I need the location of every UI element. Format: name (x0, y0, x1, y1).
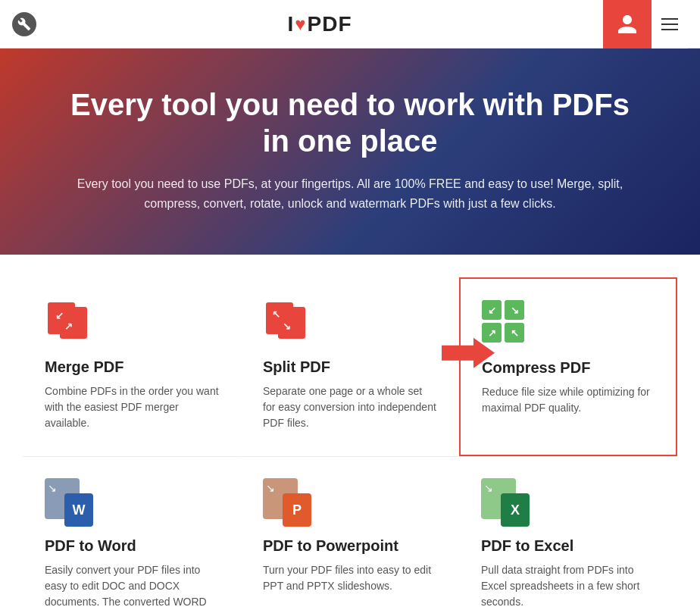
menu-line-1 (661, 18, 678, 20)
ppt-fg-doc: P (283, 493, 311, 527)
menu-line-2 (661, 23, 678, 25)
tool-card-pdf-to-excel[interactable]: ↘ X PDF to Excel Pull data straight from… (459, 456, 677, 607)
hero-description: Every tool you need to use PDFs, at your… (62, 174, 638, 213)
word-fg-doc: W (64, 493, 93, 527)
compress-pdf-name: Compress PDF (482, 359, 655, 377)
merge-arrows: ↙ ↗ (51, 305, 78, 337)
tool-icon-button[interactable] (12, 12, 36, 36)
user-icon (616, 13, 639, 36)
compress-cell-br: ↖ (505, 323, 524, 343)
pdf-to-ppt-name: PDF to Powerpoint (263, 537, 437, 555)
split-pdf-name: Split PDF (263, 358, 437, 376)
menu-line-3 (661, 29, 678, 30)
compress-cell-tr: ↘ (505, 300, 524, 320)
pdf-to-excel-desc: Pull data straight from PDFs into Excel … (481, 562, 655, 607)
hero-title: Every tool you need to work with PDFs in… (61, 86, 639, 159)
tool-card-pdf-to-powerpoint[interactable]: ↘ P PDF to Powerpoint Turn your PDF file… (241, 456, 459, 607)
logo-i: I (287, 12, 294, 36)
header: I♥PDF (0, 0, 700, 48)
svg-text:↖: ↖ (272, 308, 280, 320)
doc-front: ↙ ↗ (48, 302, 75, 334)
pdf-to-ppt-desc: Turn your PDF files into easy to edit PP… (263, 562, 437, 594)
svg-text:↘: ↘ (266, 482, 275, 494)
menu-button[interactable] (652, 0, 688, 48)
svg-text:↘: ↘ (484, 482, 493, 494)
doc-front-split: ↖ ↘ (266, 302, 293, 334)
logo-pdf: PDF (308, 12, 352, 36)
tool-card-merge-pdf[interactable]: ↙ ↗ Merge PDF Combine PDFs in the order … (23, 277, 241, 456)
logo-heart: ♥ (295, 14, 306, 35)
compress-pdf-desc: Reduce file size while optimizing for ma… (482, 384, 655, 416)
tools-section: ↙ ↗ Merge PDF Combine PDFs in the order … (0, 255, 700, 607)
header-right (603, 0, 688, 48)
svg-marker-4 (442, 338, 495, 368)
excel-fg-doc: X (501, 493, 530, 527)
pdf-to-ppt-icon: ↘ P (263, 478, 311, 527)
wrench-icon (17, 17, 31, 31)
tool-card-pdf-to-word[interactable]: ↘ W PDF to Word Easily convert your PDF … (23, 456, 241, 607)
arrow-indicator (442, 334, 495, 375)
compress-cell-tl: ↙ (482, 300, 502, 320)
split-arrows: ↖ ↘ (269, 305, 296, 337)
svg-text:↙: ↙ (55, 310, 64, 321)
pdf-to-word-icon: ↘ W (45, 478, 93, 527)
svg-text:↘: ↘ (48, 482, 57, 494)
split-pdf-desc: Separate one page or a whole set for eas… (263, 383, 437, 431)
pdf-to-word-name: PDF to Word (45, 537, 219, 555)
pdf-to-excel-icon: ↘ X (481, 478, 530, 527)
merge-pdf-icon: ↙ ↗ (45, 299, 93, 348)
red-arrow-icon (442, 334, 495, 372)
user-button[interactable] (603, 0, 652, 48)
svg-text:↗: ↗ (64, 321, 73, 332)
pdf-to-word-desc: Easily convert your PDF files into easy … (45, 562, 219, 607)
split-pdf-icon: ↖ ↘ (263, 299, 311, 348)
hero-section: Every tool you need to work with PDFs in… (0, 48, 700, 255)
svg-text:↘: ↘ (283, 321, 291, 332)
tools-grid: ↙ ↗ Merge PDF Combine PDFs in the order … (23, 277, 677, 607)
logo[interactable]: I♥PDF (287, 12, 352, 36)
tool-card-split-pdf[interactable]: ↖ ↘ Split PDF Separate one page or a who… (241, 277, 459, 456)
merge-pdf-name: Merge PDF (45, 358, 219, 376)
merge-pdf-desc: Combine PDFs in the order you want with … (45, 383, 219, 431)
pdf-to-excel-name: PDF to Excel (481, 537, 655, 555)
